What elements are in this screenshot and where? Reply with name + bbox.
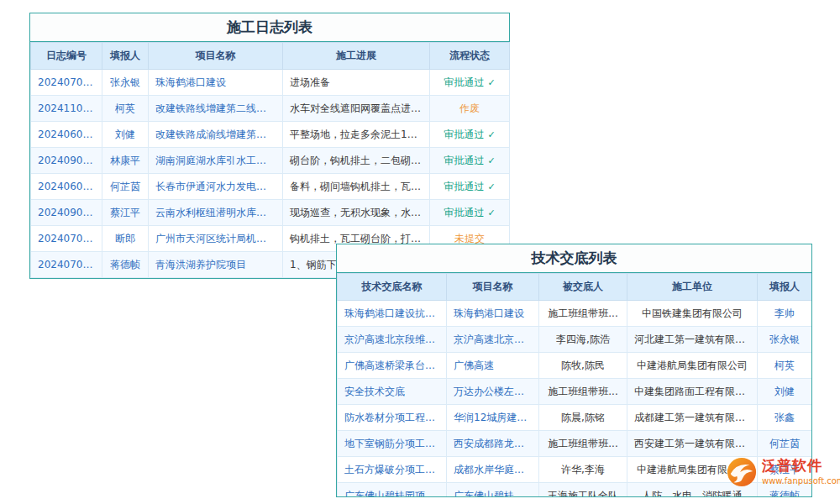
status-text: 未提交 [454, 233, 485, 244]
fanpu-logo-text: 泛普软件 www.fanpusoft.com [762, 456, 840, 486]
log-table-header-row: 日志编号填报人项目名称施工进展流程状态 [31, 43, 510, 70]
project-link[interactable]: 珠海鹤港口建设 [149, 70, 283, 96]
project-link[interactable]: 广佛高速 [447, 353, 539, 379]
project-link[interactable]: 广州市天河区统计局机房... [149, 226, 283, 252]
log-id-cell[interactable]: 2024110002 [31, 96, 102, 122]
log-id-cell[interactable]: 2024060005 [31, 174, 102, 200]
fanpu-logo-icon [726, 456, 758, 491]
project-link[interactable]: 京沪高速北京段维修 [447, 327, 539, 353]
reporter-cell[interactable]: 何芷茵 [758, 431, 812, 457]
progress-cell: 进场准备 [283, 70, 430, 96]
table-row[interactable]: 2024090009蔡江平云南水利枢纽潜明水库一...现场巡查，无积水现象，水马… [31, 200, 510, 226]
disclosure-name-link[interactable]: 防水卷材分项工程施... [338, 405, 447, 431]
table-row[interactable]: 2024090009林康平湖南洞庭湖水库引水工程...砌台阶，钩机排土，二包砌间… [31, 148, 510, 174]
table-row[interactable]: 2024060005何芷茵长春市伊通河水力发电厂...备料，砌间墙钩机排土，瓦工… [31, 174, 510, 200]
disclosed-person-cell: 李四海,陈浩 [539, 327, 627, 353]
reporter-cell[interactable]: 李帅 [758, 301, 812, 327]
disclosed-person-cell: 陈牧,陈民 [539, 353, 627, 379]
reporter-cell[interactable]: 林康平 [102, 148, 149, 174]
disclosure-name-link[interactable]: 广东佛山碧桂园项目... [338, 483, 447, 498]
disclosed-person-cell: 王海施工队全队 [539, 483, 627, 498]
project-link[interactable]: 改建铁路线增建第二线直... [149, 96, 283, 122]
progress-cell: 平整场地，拉走多余泥土15辆... [283, 122, 430, 148]
table-row[interactable]: 广佛高速桥梁承台施...广佛高速陈牧,陈民中建港航局集团有限公司柯英 [338, 353, 812, 379]
reporter-cell[interactable]: 刘健 [102, 122, 149, 148]
check-icon: ✓ [487, 155, 495, 166]
disclosure-name-link[interactable]: 京沪高速北京段维修... [338, 327, 447, 353]
construction-log-table: 日志编号填报人项目名称施工进展流程状态 2024070011张永银珠海鹤港口建设… [30, 42, 510, 278]
reporter-cell[interactable]: 蒋德帧 [102, 252, 149, 278]
fanpu-logo-name: 泛普软件 [762, 456, 840, 475]
column-header-person: 被交底人 [539, 274, 627, 301]
project-link[interactable]: 广东佛山碧桂园项目 [447, 483, 539, 498]
column-header-reporter: 填报人 [102, 43, 149, 70]
project-link[interactable]: 成都水岸华庭名苑... [447, 457, 539, 483]
log-id-cell[interactable]: 2024070011 [31, 226, 102, 252]
reporter-cell[interactable]: 刘健 [758, 379, 812, 405]
column-header-status: 流程状态 [430, 43, 510, 70]
table-row[interactable]: 地下室钢筋分项工程...西安成都路龙湖上...施工班组带班...西安建工第一建筑… [338, 431, 812, 457]
status-text: 作废 [459, 102, 480, 114]
check-icon: ✓ [487, 207, 495, 218]
status-cell: 审批通过✓ [430, 70, 510, 96]
log-id-cell[interactable]: 2024070011 [31, 70, 102, 96]
disclosed-person-cell: 施工班组带班... [539, 431, 627, 457]
project-link[interactable]: 珠海鹤港口建设 [447, 301, 539, 327]
project-link[interactable]: 西安成都路龙湖上... [447, 431, 539, 457]
disclosure-name-link[interactable]: 珠海鹤港口建设抗浮... [338, 301, 447, 327]
reporter-cell[interactable]: 柯英 [102, 96, 149, 122]
check-icon: ✓ [487, 129, 495, 140]
log-id-cell[interactable]: 2024090009 [31, 200, 102, 226]
reporter-cell[interactable]: 蔡江平 [102, 200, 149, 226]
disclosure-name-link[interactable]: 广佛高速桥梁承台施... [338, 353, 447, 379]
column-header-project: 项目名称 [149, 43, 283, 70]
status-text: 审批通过 [444, 155, 484, 166]
project-link[interactable]: 长春市伊通河水力发电厂... [149, 174, 283, 200]
status-text: 审批通过 [444, 129, 484, 140]
progress-cell: 备料，砌间墙钩机排土，瓦工... [283, 174, 430, 200]
project-link[interactable]: 华润12城房建工... [447, 405, 539, 431]
table-row[interactable]: 京沪高速北京段维修...京沪高速北京段维修李四海,陈浩河北建工第一建筑有限责任公… [338, 327, 812, 353]
project-link[interactable]: 万达办公楼左侧A... [447, 379, 539, 405]
construction-unit-cell: 河北建工第一建筑有限责任公司 [627, 327, 758, 353]
disclosure-name-link[interactable]: 安全技术交底 [338, 379, 447, 405]
disclosed-person-cell: 许华,李海 [539, 457, 627, 483]
project-link[interactable]: 云南水利枢纽潜明水库一... [149, 200, 283, 226]
tech-disclosure-title: 技术交底列表 [337, 244, 811, 273]
project-link[interactable]: 湖南洞庭湖水库引水工程... [149, 148, 283, 174]
disclosure-name-link[interactable]: 地下室钢筋分项工程... [338, 431, 447, 457]
log-id-cell[interactable]: 2024060006 [31, 122, 102, 148]
reporter-cell[interactable]: 断郎 [102, 226, 149, 252]
table-row[interactable]: 2024110002柯英改建铁路线增建第二线直...水车对全线遮阳网覆盖点进行.… [31, 96, 510, 122]
status-cell: 审批通过✓ [430, 122, 510, 148]
table-row[interactable]: 安全技术交底万达办公楼左侧A...施工班组带班...中建集团路面工程有限公司刘健 [338, 379, 812, 405]
disclosed-person-cell: 施工班组带班... [539, 379, 627, 405]
disclosure-name-link[interactable]: 土石方爆破分项工程... [338, 457, 447, 483]
status-text: 审批通过 [444, 76, 484, 88]
project-link[interactable]: 改建铁路成渝线增建第二... [149, 122, 283, 148]
disclosed-person-cell: 施工班组带班... [539, 301, 627, 327]
disclosed-person-cell: 陈晨,陈铭 [539, 405, 627, 431]
check-icon: ✓ [487, 181, 495, 192]
project-link[interactable]: 青海洪湖养护院项目 [149, 252, 283, 278]
status-text: 审批通过 [444, 207, 484, 218]
progress-cell: 砌台阶，钩机排土，二包砌间... [283, 148, 430, 174]
table-row[interactable]: 防水卷材分项工程施...华润12城房建工...陈晨,陈铭成都建工第一建筑有限责任… [338, 405, 812, 431]
reporter-cell[interactable]: 柯英 [758, 353, 812, 379]
reporter-cell[interactable]: 张永银 [102, 70, 149, 96]
status-text: 审批通过 [444, 181, 484, 192]
construction-log-title: 施工日志列表 [30, 13, 509, 42]
reporter-cell[interactable]: 何芷茵 [102, 174, 149, 200]
log-id-cell[interactable]: 2024070009 [31, 252, 102, 278]
fanpu-logo: 泛普软件 www.fanpusoft.com [726, 456, 840, 491]
reporter-cell[interactable]: 张永银 [758, 327, 812, 353]
fanpu-logo-url: www.fanpusoft.com [762, 476, 840, 486]
status-cell: 审批通过✓ [430, 174, 510, 200]
log-id-cell[interactable]: 2024090009 [31, 148, 102, 174]
construction-log-window: 施工日志列表 日志编号填报人项目名称施工进展流程状态 2024070011张永银… [29, 13, 510, 279]
table-row[interactable]: 2024060006刘健改建铁路成渝线增建第二...平整场地，拉走多余泥土15辆… [31, 122, 510, 148]
column-header-unit: 施工单位 [627, 274, 758, 301]
reporter-cell[interactable]: 张鑫 [758, 405, 812, 431]
table-row[interactable]: 2024070011张永银珠海鹤港口建设进场准备审批通过✓ [31, 70, 510, 96]
table-row[interactable]: 珠海鹤港口建设抗浮...珠海鹤港口建设施工班组带班...中国铁建集团有限公司李帅 [338, 301, 812, 327]
